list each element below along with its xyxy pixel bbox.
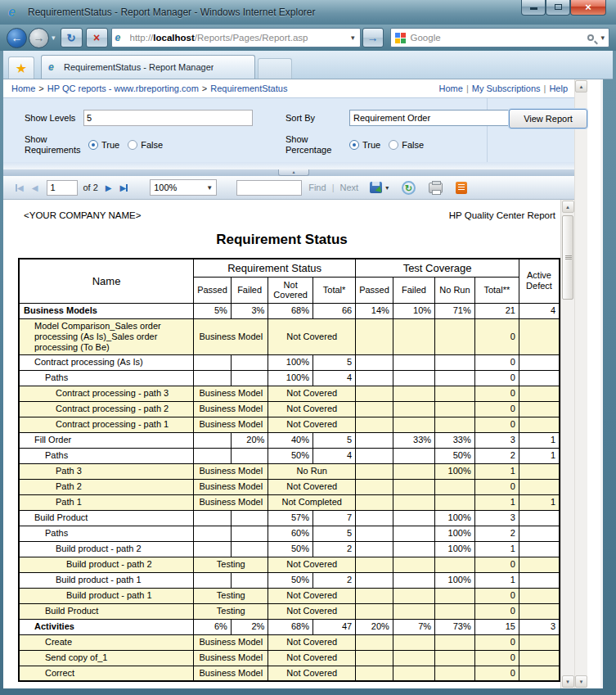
find-next-link[interactable]: Next (340, 183, 359, 192)
go-button[interactable]: → (362, 28, 384, 47)
current-page-input[interactable] (47, 180, 78, 196)
export-button[interactable]: ▾ (370, 182, 389, 193)
favorites-button[interactable]: ★ (8, 56, 34, 79)
table-cell (519, 541, 560, 557)
table-cell (356, 588, 393, 603)
table-cell: 100% (435, 463, 475, 479)
maximize-button[interactable] (546, 0, 570, 16)
minimize-button[interactable] (521, 0, 546, 16)
table-row: Business Models5%3%68%6614%10%71%214 (19, 303, 560, 318)
scrollbar-thumb[interactable] (562, 215, 573, 300)
new-tab-button[interactable] (258, 58, 292, 79)
breadcrumb-folder[interactable]: HP QC reports - www.rbreporting.com (47, 83, 199, 93)
table-cell (393, 557, 434, 572)
breadcrumb-current[interactable]: RequirementStatus (210, 83, 287, 93)
table-cell: 40% (268, 432, 313, 448)
address-dropdown-icon[interactable]: ▾ (349, 34, 357, 42)
first-page-button[interactable]: ◀ (16, 183, 24, 192)
radio-false-label: False (402, 140, 424, 150)
table-row: CorrectBusiness ModelNot Covered0 (19, 666, 560, 681)
req-type-cell: Business Model (194, 494, 268, 510)
table-cell: 68% (268, 303, 313, 318)
report-vertical-scrollbar[interactable]: ▲ ▼ (560, 200, 574, 688)
previous-page-button[interactable]: ◀ (32, 183, 38, 192)
row-name-cell: Business Models (19, 303, 194, 318)
table-cell (519, 510, 560, 526)
radio-true-label: True (101, 140, 119, 150)
table-cell (356, 666, 393, 681)
req-type-cell: Business Model (194, 417, 268, 432)
table-cell (519, 526, 560, 541)
recent-pages-dropdown[interactable]: ▾ (52, 34, 56, 42)
table-cell (435, 650, 475, 666)
search-dropdown-icon[interactable]: ▾ (600, 34, 605, 42)
link-separator: | (544, 83, 546, 93)
table-cell: 0 (474, 603, 519, 619)
search-icon[interactable] (587, 34, 594, 41)
table-cell (435, 557, 475, 572)
find-text-input[interactable] (236, 180, 302, 196)
close-button[interactable]: × (570, 0, 606, 16)
page-scroll-up-button[interactable]: ▲ (575, 80, 587, 93)
show-percentage-false-radio[interactable] (389, 140, 398, 150)
show-percentage-true-radio[interactable] (349, 140, 359, 150)
table-cell: 3 (519, 619, 560, 634)
page-scrollbar-track[interactable] (574, 93, 588, 675)
parameters-splitter[interactable]: ▲ (3, 169, 574, 176)
search-box[interactable]: Google ▾ (390, 28, 609, 47)
show-requirements-false-radio[interactable] (128, 140, 137, 150)
scrollbar-track[interactable] (561, 214, 575, 675)
table-cell (393, 354, 434, 370)
table-cell: 1 (474, 494, 519, 510)
export-save-icon (370, 182, 382, 193)
table-cell: 50% (268, 448, 313, 463)
table-cell (194, 448, 232, 463)
page-content: Home>HP QC reports - www.rbreporting.com… (3, 79, 603, 688)
next-page-button[interactable]: ▶ (106, 183, 112, 192)
refresh-button[interactable]: ↻ (61, 28, 83, 47)
refresh-report-button[interactable]: ↻ (402, 181, 416, 195)
row-name-cell: Paths (19, 526, 194, 541)
table-cell (356, 541, 393, 557)
table-row: Build product - path 2TestingNot Covered… (19, 557, 560, 572)
show-requirements-true-radio[interactable] (88, 140, 98, 150)
radio-true-label: True (362, 140, 380, 150)
page-vertical-scrollbar[interactable]: ▲ ▼ (574, 79, 587, 688)
search-input[interactable]: Google (411, 33, 588, 43)
forward-button[interactable]: → (29, 28, 49, 48)
breadcrumb-home[interactable]: Home (11, 83, 35, 93)
table-cell (393, 370, 434, 386)
stop-button[interactable]: × (86, 28, 108, 47)
link-my-subscriptions[interactable]: My Subscriptions (472, 83, 541, 93)
table-cell (435, 318, 475, 354)
show-levels-input[interactable] (83, 110, 253, 126)
zoom-select[interactable]: 100% ▼ (150, 179, 217, 196)
print-button[interactable] (429, 183, 443, 193)
req-type-cell: Business Model (194, 666, 268, 681)
table-cell: 0 (474, 370, 519, 386)
address-bar[interactable]: e http://localhost/Reports/Pages/Report.… (111, 28, 361, 47)
report-builder-button[interactable] (456, 182, 467, 194)
collapse-parameters-handle[interactable]: ▲ (278, 169, 309, 176)
find-link[interactable]: Find (308, 183, 326, 192)
back-button[interactable]: ← (7, 28, 27, 48)
scroll-down-button[interactable]: ▼ (562, 675, 574, 688)
close-icon: × (585, 1, 591, 13)
radio-false-label: False (141, 140, 163, 150)
sort-by-select[interactable]: Requirement Order ▼ (349, 110, 525, 126)
col-header-total: Total* (312, 277, 355, 303)
last-page-button[interactable]: ▶ (119, 183, 128, 192)
page-scroll-down-button[interactable]: ▼ (575, 675, 587, 688)
link-home[interactable]: Home (439, 83, 463, 93)
table-cell: 57% (268, 510, 313, 526)
coverage-cell: Not Covered (268, 557, 356, 572)
link-help[interactable]: Help (549, 83, 568, 93)
page-icon: e (115, 31, 127, 44)
scroll-up-button[interactable]: ▲ (562, 201, 574, 213)
table-cell: 1 (519, 494, 560, 510)
table-cell (519, 417, 560, 432)
table-cell (356, 417, 393, 432)
table-cell (194, 354, 232, 370)
table-cell (393, 479, 434, 494)
tab-requirement-status[interactable]: e RequirementStatus - Report Manager (41, 55, 255, 79)
